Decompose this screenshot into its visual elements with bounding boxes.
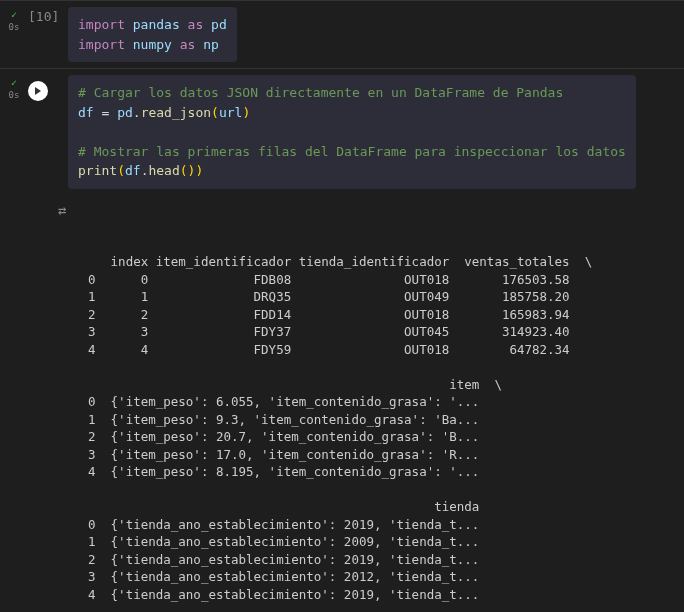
identifier: pd [117, 105, 133, 120]
toggle-output-icon[interactable]: ⇄ [58, 201, 66, 221]
prompt-label: [10] [28, 1, 62, 24]
identifier: url [219, 105, 242, 120]
identifier: df [125, 163, 141, 178]
table-row: 1 {'tienda_ano_establecimiento': 2009, '… [88, 534, 479, 549]
paren: ) [195, 163, 203, 178]
cell-gutter: ✓ 0s [0, 1, 28, 68]
identifier: numpy [133, 37, 172, 52]
table-row: 2 2 FDD14 OUT018 165983.94 [88, 307, 570, 322]
code-prompt-row: [10] import pandas as pd import numpy as… [28, 1, 684, 68]
table-row: 1 {'item_peso': 9.3, 'item_contenido_gra… [88, 412, 479, 427]
exec-timing: 0s [9, 90, 20, 100]
table-row: 4 4 FDY59 OUT018 64782.34 [88, 342, 570, 357]
exec-timing: 0s [9, 22, 20, 32]
table-header: index item_identificador tienda_identifi… [88, 254, 592, 269]
run-button-wrap [28, 69, 62, 101]
keyword: import [78, 17, 125, 32]
output-toolbar: ⇄ [58, 201, 66, 221]
output-text: index item_identificador tienda_identifi… [88, 253, 674, 603]
code-cell-1: ✓ 0s [10] import pandas as pd import num… [0, 0, 684, 68]
function: print [78, 163, 117, 178]
table-header: tienda [88, 499, 479, 514]
keyword: import [78, 37, 125, 52]
keyword: as [180, 37, 196, 52]
paren: () [180, 163, 196, 178]
run-button[interactable] [28, 81, 48, 101]
table-header: item \ [88, 377, 502, 392]
table-row: 3 {'tienda_ano_establecimiento': 2012, '… [88, 569, 479, 584]
identifier: pd [211, 17, 227, 32]
keyword: as [188, 17, 204, 32]
cell-main: [10] import pandas as pd import numpy as… [28, 1, 684, 68]
function: head [148, 163, 179, 178]
table-row: 2 {'item_peso': 20.7, 'item_contenido_gr… [88, 429, 479, 444]
comment: # Mostrar las primeras filas del DataFra… [78, 144, 626, 159]
identifier: np [203, 37, 219, 52]
operator: = [94, 105, 117, 120]
paren: ) [242, 105, 250, 120]
table-row: 1 1 DRQ35 OUT049 185758.20 [88, 289, 570, 304]
identifier: pandas [133, 17, 180, 32]
table-row: 0 0 FDB08 OUT018 176503.58 [88, 272, 570, 287]
table-row: 3 3 FDY37 OUT045 314923.40 [88, 324, 570, 339]
paren: ( [211, 105, 219, 120]
table-row: 0 {'tienda_ano_establecimiento': 2019, '… [88, 517, 479, 532]
cell-gutter: ✓ 0s [0, 69, 28, 612]
identifier: df [78, 105, 94, 120]
code-prompt-row: # Cargar los datos JSON directamente en … [28, 69, 684, 195]
table-row: 4 {'item_peso': 8.195, 'item_contenido_g… [88, 464, 479, 479]
table-row: 3 {'item_peso': 17.0, 'item_contenido_gr… [88, 447, 479, 462]
table-row: 0 {'item_peso': 6.055, 'item_contenido_g… [88, 394, 479, 409]
executed-check-icon: ✓ [11, 9, 17, 20]
function: read_json [141, 105, 211, 120]
table-row: 2 {'tienda_ano_establecimiento': 2019, '… [88, 552, 479, 567]
executed-check-icon: ✓ [11, 77, 17, 88]
code-cell-2: ✓ 0s # Cargar los datos JSON directament… [0, 68, 684, 612]
output-area: ⇄ index item_identificador tienda_identi… [28, 195, 684, 613]
code-editor[interactable]: import pandas as pd import numpy as np [68, 7, 237, 62]
paren: ( [117, 163, 125, 178]
play-icon [33, 86, 43, 96]
table-row: 4 {'tienda_ano_establecimiento': 2019, '… [88, 587, 479, 602]
code-editor[interactable]: # Cargar los datos JSON directamente en … [68, 75, 636, 189]
dot: . [133, 105, 141, 120]
cell-main: # Cargar los datos JSON directamente en … [28, 69, 684, 612]
comment: # Cargar los datos JSON directamente en … [78, 85, 563, 100]
